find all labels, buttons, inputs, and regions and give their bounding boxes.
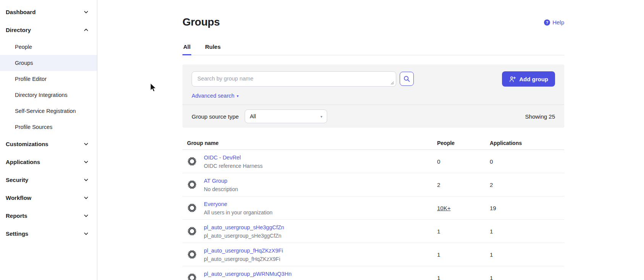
admin-console: Dashboard Directory People Groups Profil…: [0, 0, 644, 280]
sidebar-item-settings[interactable]: Settings: [0, 225, 97, 243]
applications-count: 19: [490, 205, 496, 211]
group-name-link[interactable]: pl_auto_usergroup_sHe3ggCfZn: [204, 224, 284, 230]
applications-count: 1: [490, 228, 493, 235]
table-row: pl_auto_usergroup_sHe3ggCfZn pl_auto_use…: [182, 220, 564, 243]
sidebar-item-label: Security: [6, 177, 28, 183]
chevron-down-icon: [84, 10, 89, 14]
chevron-down-icon: [84, 177, 89, 182]
select-value: All: [250, 113, 256, 119]
group-description: OIDC reference Harness: [204, 163, 263, 169]
add-group-label: Add group: [519, 76, 548, 82]
group-sunburst-icon: [187, 273, 197, 280]
sidebar-item-applications[interactable]: Applications: [0, 153, 97, 171]
column-header-applications: Applications: [490, 140, 564, 146]
applications-count: 0: [490, 158, 493, 165]
table-body: OIDC - DevRel OIDC reference Harness 0 0…: [182, 150, 564, 280]
tab-bar: All Rules: [182, 40, 564, 55]
group-source-type-select[interactable]: All ▾: [245, 109, 327, 123]
chevron-down-icon: [84, 195, 89, 200]
add-person-icon: [509, 76, 516, 83]
group-sunburst-icon: [187, 156, 197, 166]
table-row: pl_auto_usergroup_fHqZKzX9Fi pl_auto_use…: [182, 243, 564, 266]
sidebar-item-people[interactable]: People: [0, 39, 97, 55]
advanced-search-label: Advanced search: [192, 93, 234, 99]
sidebar-item-label: Workflow: [6, 195, 31, 201]
group-sunburst-icon: [187, 226, 197, 236]
caret-down-icon: ▾: [237, 94, 239, 98]
sidebar-item-label: Applications: [6, 159, 40, 165]
people-count: 1: [437, 228, 440, 235]
table-row: OIDC - DevRel OIDC reference Harness 0 0: [182, 150, 564, 173]
help-icon: ?: [544, 19, 550, 26]
people-count: 1: [437, 275, 440, 280]
sidebar-item-label: Dashboard: [6, 9, 36, 15]
sidebar-item-label: Customizations: [6, 141, 48, 147]
sidebar-item-directory-integrations[interactable]: Directory Integrations: [0, 87, 97, 103]
applications-count: 1: [490, 275, 493, 280]
table-row: AT Group No description 2 2: [182, 173, 564, 196]
sidebar-item-groups[interactable]: Groups: [0, 55, 97, 71]
sidebar-item-label: Reports: [6, 212, 27, 219]
column-header-group-name: Group name: [182, 140, 437, 146]
tab-rules[interactable]: Rules: [204, 40, 221, 55]
people-count: 1: [437, 251, 440, 258]
group-name-link[interactable]: pl_auto_usergroup_pWRNMuQ3Hn: [204, 271, 292, 277]
group-name-link[interactable]: OIDC - DevRel: [204, 154, 241, 161]
sidebar-item-label: Directory: [6, 27, 31, 33]
sidebar-item-label: Settings: [6, 230, 28, 237]
group-name-link[interactable]: Everyone: [204, 201, 227, 207]
chevron-up-icon: [84, 27, 89, 32]
sidebar-item-self-service-registration[interactable]: Self-Service Registration: [0, 103, 97, 119]
applications-count: 2: [490, 182, 493, 188]
caret-down-icon: ▾: [320, 114, 322, 119]
sidebar-item-security[interactable]: Security: [0, 171, 97, 189]
search-icon: [403, 75, 410, 82]
resize-grip[interactable]: [390, 81, 394, 85]
group-name-link[interactable]: AT Group: [204, 178, 228, 184]
group-sunburst-icon: [187, 249, 197, 259]
applications-count: 1: [490, 251, 493, 258]
sidebar-item-reports[interactable]: Reports: [0, 207, 97, 225]
search-input[interactable]: [192, 71, 396, 87]
filter-panel: Add group Advanced search ▾ Group source…: [182, 64, 564, 128]
add-group-button[interactable]: Add group: [502, 71, 555, 87]
group-description: All users in your organization: [204, 209, 273, 216]
showing-count: Showing 25: [525, 113, 555, 120]
chevron-down-icon: [84, 231, 89, 236]
sidebar: Dashboard Directory People Groups Profil…: [0, 0, 97, 280]
page-title: Groups: [182, 16, 220, 28]
advanced-search-link[interactable]: Advanced search ▾: [192, 93, 239, 99]
group-name-link[interactable]: pl_auto_usergroup_fHqZKzX9Fi: [204, 248, 283, 254]
group-description: No description: [204, 186, 238, 192]
people-count: 2: [437, 182, 440, 188]
group-description: pl_auto_usergroup_sHe3ggCfZn: [204, 233, 284, 239]
sidebar-item-customizations[interactable]: Customizations: [0, 135, 97, 153]
help-link[interactable]: ? Help: [544, 19, 564, 26]
table-header: Group name People Applications: [182, 136, 564, 150]
sidebar-item-profile-sources[interactable]: Profile Sources: [0, 119, 97, 135]
chevron-down-icon: [84, 213, 89, 218]
table-row: pl_auto_usergroup_pWRNMuQ3Hn pl_auto_use…: [182, 266, 564, 280]
people-count-link[interactable]: 10K+: [437, 205, 450, 211]
group-sunburst-icon: [187, 180, 197, 190]
table-row: Everyone All users in your organization …: [182, 196, 564, 220]
sidebar-item-directory[interactable]: Directory: [0, 21, 97, 39]
chevron-down-icon: [84, 142, 89, 146]
group-description: pl_auto_usergroup_fHqZKzX9Fi: [204, 256, 283, 262]
people-count: 0: [437, 158, 440, 165]
sidebar-item-profile-editor[interactable]: Profile Editor: [0, 71, 97, 87]
help-label: Help: [552, 19, 564, 26]
groups-table: Group name People Applications OIDC - De…: [182, 136, 564, 280]
column-header-people: People: [437, 140, 490, 146]
main-content: Groups ? Help All Rules: [97, 0, 644, 280]
search-button[interactable]: [400, 72, 414, 86]
group-sunburst-icon: [187, 203, 197, 213]
chevron-down-icon: [84, 159, 89, 164]
sidebar-item-dashboard[interactable]: Dashboard: [0, 3, 97, 21]
tab-all[interactable]: All: [182, 40, 191, 55]
group-source-type-label: Group source type: [192, 113, 239, 120]
sidebar-item-workflow[interactable]: Workflow: [0, 189, 97, 207]
